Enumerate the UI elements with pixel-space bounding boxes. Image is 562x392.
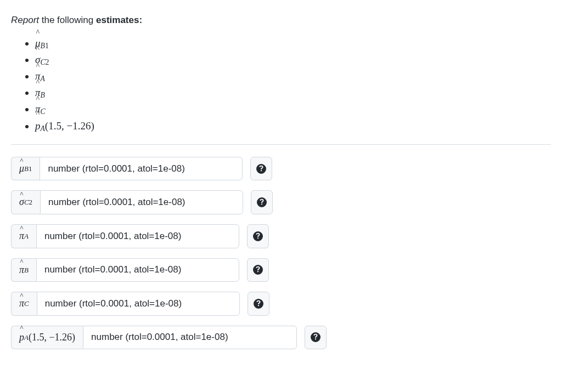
answer-input-mu-b1[interactable]: [40, 157, 243, 181]
help-button[interactable]: [305, 326, 327, 350]
input-row-pi-a: ^πA: [11, 224, 551, 248]
answer-input-sigma-c2[interactable]: [40, 190, 243, 214]
input-row-sigma-c2: ^σC2: [11, 190, 551, 214]
list-item: ^μB1: [35, 35, 551, 52]
input-row-p-a: ^pA(1.5, −1.26): [11, 326, 551, 350]
help-button[interactable]: [247, 258, 269, 282]
help-icon: [256, 164, 266, 174]
prompt-estimates: estimates:: [96, 15, 142, 25]
input-label: ^πA: [11, 224, 36, 248]
estimate-list: ^μB1 ^σC2 ^πA ^πB ^πC ^pA(1.5, −1.26): [11, 35, 551, 134]
input-row-mu-b1: ^μB1: [11, 157, 551, 181]
input-row-pi-b: ^πB: [11, 258, 551, 282]
answer-input-pi-b[interactable]: [36, 258, 239, 282]
help-icon: [253, 231, 263, 241]
list-item: ^σC2: [35, 52, 551, 68]
answer-input-p-a[interactable]: [83, 326, 297, 350]
list-item: ^πB: [35, 84, 551, 101]
question-container: Report the following estimates: ^μB1 ^σC…: [0, 0, 562, 381]
prompt-line: Report the following estimates:: [11, 13, 551, 27]
input-row-pi-c: ^πC: [11, 292, 551, 316]
help-button[interactable]: [251, 190, 273, 214]
help-icon: [253, 265, 263, 275]
list-item: ^pA(1.5, −1.26): [35, 118, 551, 134]
input-label: ^μB1: [11, 157, 40, 181]
input-label: ^pA(1.5, −1.26): [11, 326, 83, 350]
help-button[interactable]: [247, 224, 269, 248]
help-icon: [257, 197, 267, 207]
input-label: ^πB: [11, 258, 36, 282]
help-button[interactable]: [250, 157, 272, 181]
input-label: ^πC: [11, 292, 37, 316]
input-label: ^σC2: [11, 190, 40, 214]
divider: [11, 144, 551, 145]
list-item: ^πA: [35, 68, 551, 84]
prompt-report: Report: [11, 15, 39, 25]
help-icon: [254, 299, 263, 309]
list-item: ^πC: [35, 101, 551, 117]
help-icon: [311, 332, 321, 342]
answer-input-pi-c[interactable]: [37, 292, 240, 316]
prompt-middle: the following: [39, 15, 96, 25]
answer-input-pi-a[interactable]: [36, 224, 239, 248]
help-button[interactable]: [248, 292, 269, 316]
